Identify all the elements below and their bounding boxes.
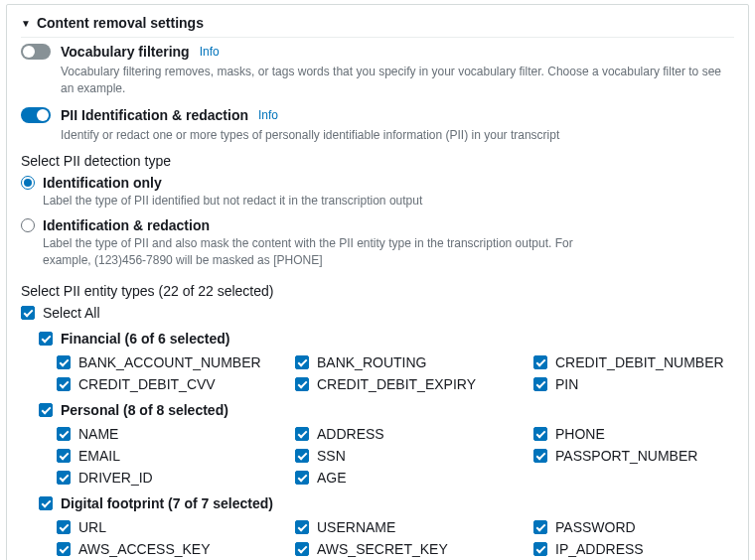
entity-credit_debit_expiry[interactable]: CREDIT_DEBIT_EXPIRY xyxy=(295,376,533,392)
group-digital-header[interactable]: Digital footprint (7 of 7 selected) xyxy=(39,495,734,511)
entity-label: CREDIT_DEBIT_NUMBER xyxy=(555,354,724,370)
checkbox-icon xyxy=(533,449,547,463)
radio-label-id-only: Identification only xyxy=(43,175,162,191)
select-all-label: Select All xyxy=(43,305,100,321)
checkbox-icon xyxy=(57,377,71,391)
checkbox-icon xyxy=(295,449,309,463)
entity-bank_account_number[interactable]: BANK_ACCOUNT_NUMBER xyxy=(57,354,295,370)
entity-credit_debit_number[interactable]: CREDIT_DEBIT_NUMBER xyxy=(533,354,752,370)
radio-desc-id-redact: Label the type of PII and also mask the … xyxy=(43,235,599,269)
checkbox-icon xyxy=(533,520,547,534)
radio-icon xyxy=(21,218,35,232)
group-financial: Financial (6 of 6 selected) BANK_ACCOUNT… xyxy=(39,331,734,392)
entity-aws_access_key[interactable]: AWS_ACCESS_KEY xyxy=(57,541,295,557)
checkbox-icon xyxy=(57,520,71,534)
radio-identification-only[interactable]: Identification only xyxy=(21,175,734,191)
entity-bank_routing[interactable]: BANK_ROUTING xyxy=(295,354,533,370)
entity-ip_address[interactable]: IP_ADDRESS xyxy=(533,541,752,557)
content-removal-panel: ▼ Content removal settings Vocabulary fi… xyxy=(6,4,749,560)
radio-icon xyxy=(21,176,35,190)
group-financial-items: BANK_ACCOUNT_NUMBERBANK_ROUTINGCREDIT_DE… xyxy=(57,350,734,392)
entity-email[interactable]: EMAIL xyxy=(57,448,295,464)
group-financial-header[interactable]: Financial (6 of 6 selected) xyxy=(39,331,734,347)
entity-label: IP_ADDRESS xyxy=(555,541,644,557)
checkbox-icon xyxy=(295,377,309,391)
detection-type-header: Select PII detection type xyxy=(21,153,734,169)
vocab-filtering-row: Vocabulary filtering Info xyxy=(21,44,734,60)
group-personal: Personal (8 of 8 selected) NAMEADDRESSPH… xyxy=(39,402,734,486)
entity-types-header: Select PII entity types (22 of 22 select… xyxy=(21,283,734,299)
entity-driver_id[interactable]: DRIVER_ID xyxy=(57,470,295,486)
pii-desc: Identify or redact one or more types of … xyxy=(61,127,734,144)
entity-phone[interactable]: PHONE xyxy=(533,426,752,442)
vocab-filtering-desc: Vocabulary filtering removes, masks, or … xyxy=(61,64,734,97)
group-digital: Digital footprint (7 of 7 selected) URLU… xyxy=(39,495,734,560)
checkbox-icon xyxy=(57,471,71,485)
entity-ssn[interactable]: SSN xyxy=(295,448,533,464)
entity-password[interactable]: PASSWORD xyxy=(533,519,752,535)
entity-label: PIN xyxy=(555,376,578,392)
entity-label: SSN xyxy=(317,448,346,464)
pii-info-link[interactable]: Info xyxy=(258,108,278,122)
checkbox-icon xyxy=(57,449,71,463)
radio-label-id-redact: Identification & redaction xyxy=(43,217,210,233)
entity-label: BANK_ACCOUNT_NUMBER xyxy=(78,354,261,370)
entity-label: BANK_ROUTING xyxy=(317,354,426,370)
entity-label: PHONE xyxy=(555,426,605,442)
entity-label: AWS_ACCESS_KEY xyxy=(78,541,211,557)
radio-identification-redaction[interactable]: Identification & redaction xyxy=(21,217,734,233)
group-digital-items: URLUSERNAMEPASSWORDAWS_ACCESS_KEYAWS_SEC… xyxy=(57,515,734,560)
select-all-row[interactable]: Select All xyxy=(21,305,734,321)
divider xyxy=(21,37,734,38)
pii-row: PII Identification & redaction Info xyxy=(21,107,734,123)
entity-passport_number[interactable]: PASSPORT_NUMBER xyxy=(533,448,752,464)
entity-name[interactable]: NAME xyxy=(57,426,295,442)
group-financial-label: Financial (6 of 6 selected) xyxy=(61,331,229,347)
entity-credit_debit_cvv[interactable]: CREDIT_DEBIT_CVV xyxy=(57,376,295,392)
entity-label: AGE xyxy=(317,470,347,486)
entity-label: EMAIL xyxy=(78,448,120,464)
vocab-filtering-info-link[interactable]: Info xyxy=(200,45,220,59)
entity-aws_secret_key[interactable]: AWS_SECRET_KEY xyxy=(295,541,533,557)
checkbox-icon xyxy=(39,496,53,510)
checkbox-icon xyxy=(295,471,309,485)
section-content-removal[interactable]: ▼ Content removal settings xyxy=(21,5,734,37)
entity-label: CREDIT_DEBIT_CVV xyxy=(78,376,216,392)
checkbox-icon xyxy=(57,427,71,441)
checkbox-icon xyxy=(295,427,309,441)
vocab-filtering-toggle[interactable] xyxy=(21,44,51,60)
entity-address[interactable]: ADDRESS xyxy=(295,426,533,442)
pii-label: PII Identification & redaction xyxy=(61,107,248,123)
caret-down-icon: ▼ xyxy=(21,18,31,29)
checkbox-icon xyxy=(39,403,53,417)
checkbox-icon xyxy=(21,306,35,320)
checkbox-icon xyxy=(57,355,71,369)
checkbox-icon xyxy=(295,355,309,369)
checkbox-icon xyxy=(533,355,547,369)
group-personal-header[interactable]: Personal (8 of 8 selected) xyxy=(39,402,734,418)
entity-url[interactable]: URL xyxy=(57,519,295,535)
entity-label: PASSWORD xyxy=(555,519,636,535)
entity-label: AWS_SECRET_KEY xyxy=(317,541,448,557)
checkbox-icon xyxy=(57,542,71,556)
entity-age[interactable]: AGE xyxy=(295,470,533,486)
checkbox-icon xyxy=(533,377,547,391)
group-personal-label: Personal (8 of 8 selected) xyxy=(61,402,228,418)
entity-label: DRIVER_ID xyxy=(78,470,153,486)
group-digital-label: Digital footprint (7 of 7 selected) xyxy=(61,495,273,511)
section-title: Content removal settings xyxy=(37,15,204,31)
entity-label: ADDRESS xyxy=(317,426,384,442)
pii-toggle[interactable] xyxy=(21,107,51,123)
entity-pin[interactable]: PIN xyxy=(533,376,752,392)
group-personal-items: NAMEADDRESSPHONEEMAILSSNPASSPORT_NUMBERD… xyxy=(57,422,734,486)
entity-label: CREDIT_DEBIT_EXPIRY xyxy=(317,376,476,392)
entity-label: PASSPORT_NUMBER xyxy=(555,448,697,464)
checkbox-icon xyxy=(39,332,53,346)
checkbox-icon xyxy=(295,520,309,534)
entity-label: USERNAME xyxy=(317,519,395,535)
vocab-filtering-label: Vocabulary filtering xyxy=(61,44,190,60)
entity-label: NAME xyxy=(78,426,118,442)
checkbox-icon xyxy=(533,542,547,556)
entity-username[interactable]: USERNAME xyxy=(295,519,533,535)
entity-label: URL xyxy=(78,519,106,535)
